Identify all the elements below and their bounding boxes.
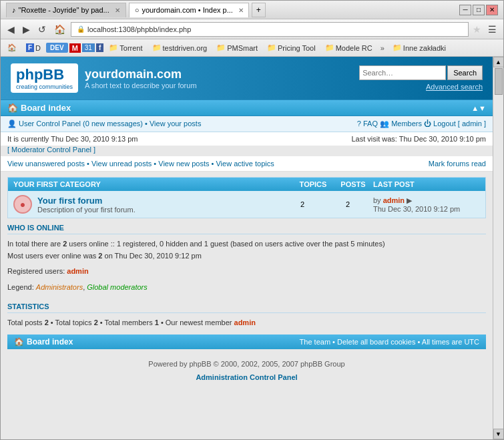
- forum-desc: Description of your first forum.: [37, 206, 277, 214]
- site-info: yourdomain.com A short text to describe …: [85, 67, 197, 89]
- bookmark-home[interactable]: 🏠: [3, 42, 21, 53]
- bookmark-fd[interactable]: FD: [22, 42, 45, 53]
- browser-window: ♪ "Roxette - Joyride" by pad... ✕ ○ your…: [0, 0, 504, 440]
- bookmark-dev[interactable]: DEV: [46, 43, 68, 53]
- admin-panel-link[interactable]: Administration Control Panel: [1, 373, 493, 387]
- lastpost-by: by: [373, 196, 383, 204]
- view-unanswered-link[interactable]: View unanswered posts: [7, 160, 85, 168]
- bookmark-star[interactable]: ★: [471, 24, 483, 35]
- registered-label: Registered users:: [7, 267, 67, 275]
- scroll-down-button[interactable]: ▼: [493, 429, 504, 439]
- search-box: Search: [359, 65, 483, 80]
- team-link[interactable]: The team: [300, 338, 330, 346]
- stats-text1: Total posts: [7, 318, 45, 326]
- bookmark-pricing[interactable]: 📁Pricing Tool: [263, 42, 320, 53]
- footer-home-icon: 🏠: [14, 337, 24, 347]
- scroll-track[interactable]: [494, 67, 503, 429]
- forum-lastpost: by admin ▶ Thu Dec 30, 2010 9:12 pm: [373, 196, 480, 213]
- who-online-text: In total there are 2 users online :: 1 r…: [7, 238, 486, 266]
- phpbb-logo-sub: creating communities: [16, 83, 73, 90]
- faq-link[interactable]: FAQ: [363, 120, 378, 128]
- bookmark-inne[interactable]: 📁Inne zakładki: [389, 42, 450, 53]
- advanced-search-link[interactable]: Advanced search: [426, 83, 483, 91]
- who-registered: Registered users: admin: [7, 266, 486, 282]
- tab-phpbb-close[interactable]: ✕: [238, 7, 244, 14]
- bookmark-testdriven[interactable]: 📁testdriven.org: [148, 42, 212, 53]
- phpbb-logo-text: phpBB: [16, 66, 73, 83]
- scroll-content: phpBB creating communities yourdomain.co…: [1, 57, 493, 439]
- forum-info: Your first forum Description of your fir…: [37, 196, 277, 214]
- col-topics-header: TOPICS: [293, 180, 333, 188]
- search-button[interactable]: Search: [447, 65, 483, 80]
- lastpost-author-link[interactable]: admin: [383, 196, 405, 204]
- newest-member-link[interactable]: admin: [234, 318, 256, 326]
- search-area: Search Advanced search: [359, 65, 483, 91]
- bookmarks-more[interactable]: »: [378, 43, 387, 53]
- current-time: It is currently Thu Dec 30, 2010 9:13 pm: [7, 135, 138, 143]
- board-index-link[interactable]: 🏠 Board index: [7, 103, 71, 113]
- bookmark-modele[interactable]: 📁Modele RC: [321, 42, 376, 53]
- tab-joyride-close[interactable]: ✕: [115, 7, 120, 14]
- footer-nav: 🏠 Board index The team • Delete all boar…: [7, 335, 486, 349]
- category-header: YOUR FIRST CATEGORY TOPICS POSTS LAST PO…: [8, 178, 485, 191]
- lock-icon: 🔒: [77, 25, 85, 33]
- registered-user-link[interactable]: admin: [67, 267, 88, 275]
- scroll-thumb[interactable]: [495, 68, 503, 95]
- who-text4: on Thu Dec 30, 2010 9:12 pm: [102, 252, 201, 260]
- mark-read-link[interactable]: Mark forums read: [429, 160, 486, 168]
- new-messages-text: new messages: [89, 120, 140, 128]
- window-controls: ─ □ ✕: [459, 5, 498, 15]
- logo-area: phpBB creating communities yourdomain.co…: [11, 63, 197, 93]
- logout-link[interactable]: Logout [ admin ]: [433, 120, 486, 128]
- view-unread-link[interactable]: View unread posts: [91, 160, 152, 168]
- category-section: YOUR FIRST CATEGORY TOPICS POSTS LAST PO…: [7, 177, 486, 218]
- bookmark-modele-label: Modele RC: [336, 44, 372, 52]
- tab-joyride[interactable]: ♪ "Roxette - Joyride" by pad... ✕: [6, 3, 126, 17]
- view-posts-link[interactable]: View your posts: [150, 120, 201, 128]
- col-posts-header: POSTS: [333, 180, 373, 188]
- menu-button[interactable]: ☰: [485, 23, 499, 36]
- close-button[interactable]: ✕: [486, 5, 498, 15]
- tab-phpbb[interactable]: ○ yourdomain.com • Index p... ✕: [129, 3, 249, 17]
- tab-phpbb-label: yourdomain.com • Index p...: [142, 6, 233, 14]
- home-nav-icon: 🏠: [7, 103, 18, 113]
- address-bar[interactable]: 🔒 localhost:1308/phpbb/index.php: [71, 22, 469, 37]
- lastpost-time: Thu Dec 30, 2010 9:12 pm: [373, 205, 460, 213]
- new-tab-button[interactable]: +: [252, 3, 266, 17]
- delete-cookies-link[interactable]: Delete all board cookies: [337, 338, 415, 346]
- bookmark-torrent[interactable]: 📁Torrent: [105, 42, 146, 53]
- who-text3: Most users ever online was: [7, 252, 98, 260]
- back-button[interactable]: ◀: [5, 23, 17, 36]
- legend-label: Legend:: [7, 283, 36, 291]
- forward-button[interactable]: ▶: [20, 23, 33, 36]
- reload-button[interactable]: ↺: [35, 23, 49, 36]
- view-new-link[interactable]: View new posts: [158, 160, 209, 168]
- view-active-link[interactable]: View active topics: [216, 160, 274, 168]
- bookmark-inne-label: Inne zakładki: [403, 44, 446, 52]
- forum-topics-count: 2: [282, 200, 322, 208]
- statistics-title: STATISTICS: [7, 302, 486, 313]
- font-controls-text: ▲▼: [471, 104, 486, 112]
- mod-panel-link[interactable]: [ Moderator Control Panel ]: [7, 146, 95, 154]
- bookmark-pmsmart[interactable]: 📁PMSmart: [212, 42, 262, 53]
- footer-links: The team • Delete all board cookies • Al…: [300, 338, 479, 346]
- bookmark-fb[interactable]: f: [96, 43, 103, 52]
- footer-board-index[interactable]: 🏠 Board index: [14, 337, 73, 347]
- members-link[interactable]: Members: [391, 120, 422, 128]
- control-panel-link[interactable]: User Control Panel: [19, 120, 81, 128]
- bookmark-cal[interactable]: 31: [82, 43, 95, 52]
- font-controls[interactable]: ▲▼: [471, 104, 486, 112]
- tab-phpbb-favicon: ○: [135, 6, 140, 14]
- scroll-up-button[interactable]: ▲: [493, 57, 504, 67]
- left-links: View unanswered posts • View unread post…: [7, 160, 274, 168]
- legend-admin-link[interactable]: Administrators: [36, 283, 83, 291]
- separator2: ) •: [140, 120, 150, 128]
- bookmark-gmail[interactable]: M: [69, 43, 81, 53]
- who-text1: In total there are: [7, 240, 63, 248]
- search-input[interactable]: [359, 65, 446, 80]
- minimize-button[interactable]: ─: [459, 5, 471, 15]
- forum-name-link[interactable]: Your first forum: [37, 196, 277, 206]
- home-button[interactable]: 🏠: [51, 23, 68, 36]
- maximize-button[interactable]: □: [473, 5, 485, 15]
- legend-mod-link[interactable]: Global moderators: [87, 283, 148, 291]
